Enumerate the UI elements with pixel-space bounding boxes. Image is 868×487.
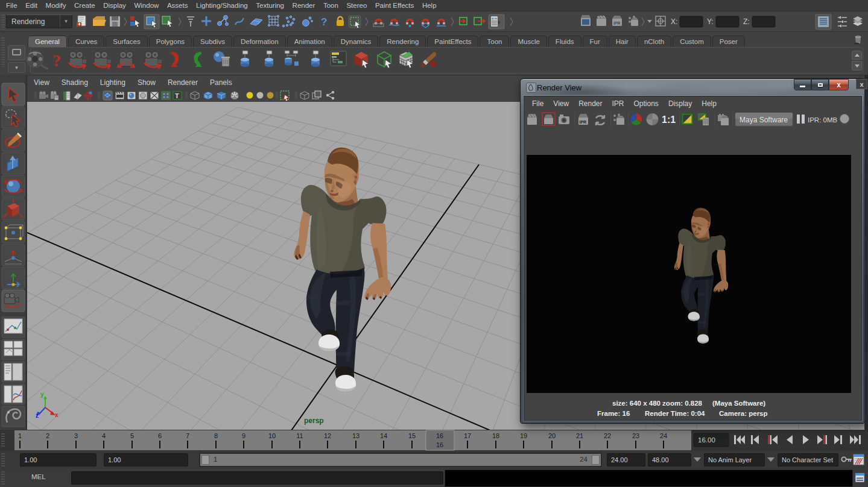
svg-text:16: 16 xyxy=(436,432,443,439)
svg-text:13: 13 xyxy=(352,432,360,439)
svg-text:1:1: 1:1 xyxy=(662,115,676,125)
svg-text:18: 18 xyxy=(492,432,499,439)
svg-text:?: ? xyxy=(321,16,327,28)
svg-text:16: 16 xyxy=(436,441,443,448)
svg-text:IPR: 0MB: IPR: 0MB xyxy=(808,116,838,124)
svg-text:24: 24 xyxy=(660,432,667,439)
svg-text:Maya Software: Maya Software xyxy=(740,116,788,124)
svg-text:X:: X: xyxy=(671,17,677,26)
svg-text:12: 12 xyxy=(324,432,331,439)
svg-text:z: z xyxy=(36,412,39,419)
svg-text:21: 21 xyxy=(576,432,583,439)
svg-text:14: 14 xyxy=(380,432,387,439)
svg-text:y: y xyxy=(40,391,44,398)
svg-text:19: 19 xyxy=(520,432,527,439)
svg-text:15: 15 xyxy=(408,432,416,439)
svg-text:T: T xyxy=(175,92,179,99)
svg-text:10: 10 xyxy=(268,432,276,439)
svg-text:5: 5 xyxy=(130,432,134,439)
svg-text:x: x xyxy=(55,412,59,418)
svg-text:17: 17 xyxy=(464,432,471,439)
svg-text:11: 11 xyxy=(296,432,303,439)
svg-text:4: 4 xyxy=(102,432,106,439)
svg-text:IPR: IPR xyxy=(580,120,587,124)
svg-text:1: 1 xyxy=(18,432,22,439)
svg-text:persp: persp xyxy=(304,416,324,425)
svg-text:3: 3 xyxy=(74,432,78,439)
svg-text:23: 23 xyxy=(632,432,639,439)
svg-text:22: 22 xyxy=(604,432,611,439)
svg-text:8: 8 xyxy=(214,432,218,439)
svg-text:16.00: 16.00 xyxy=(698,436,715,444)
svg-text:20: 20 xyxy=(548,432,556,439)
svg-text:7: 7 xyxy=(186,432,189,439)
svg-text:IPR: IPR xyxy=(613,21,621,25)
svg-text:Y:: Y: xyxy=(707,17,714,26)
svg-text:2: 2 xyxy=(46,432,49,439)
svg-text:9: 9 xyxy=(242,432,246,439)
svg-text:Z:: Z: xyxy=(743,17,750,26)
svg-text:6: 6 xyxy=(158,432,162,439)
svg-text:?: ? xyxy=(52,51,61,70)
